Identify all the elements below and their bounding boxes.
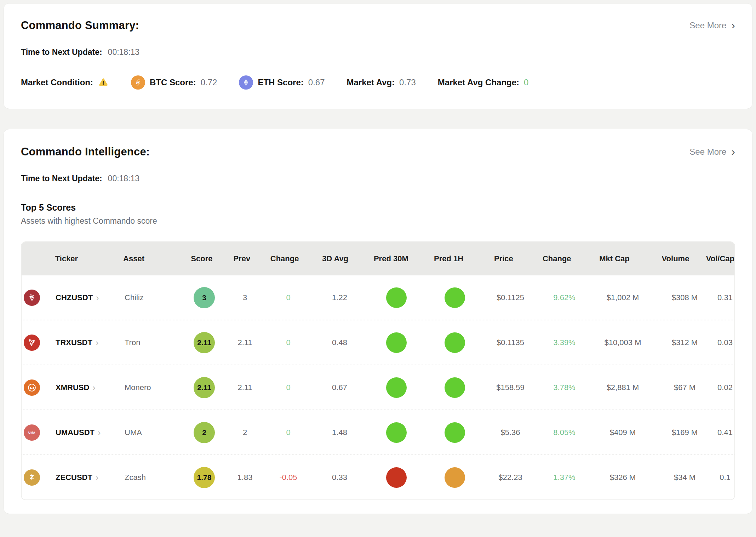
market-condition-label: Market Condition:: [21, 78, 93, 87]
pred-1h-indicator: [445, 422, 465, 443]
column-header-vol-cap: Vol/Cap: [706, 254, 734, 263]
top5-subtitle: Assets with highest Commando score: [21, 216, 735, 226]
column-header-score: Score: [181, 254, 223, 263]
pred-30m-indicator: [386, 287, 407, 308]
ticker-label[interactable]: XMRUSD: [56, 383, 89, 392]
volume-value: $67 M: [654, 383, 716, 392]
market-cap-value: $2,881 M: [592, 383, 654, 392]
pred-1h-indicator: [445, 377, 465, 398]
score-change-value: 0: [264, 293, 312, 302]
prev-score-value: 2.11: [225, 338, 264, 347]
ticker-label[interactable]: CHZUSDT: [56, 293, 93, 302]
btc-score-item: B BTC Score: 0.72: [131, 75, 217, 90]
score-badge: 3: [194, 287, 215, 308]
zcash-icon: [24, 469, 40, 486]
column-header-3d-avg: 3D Avg: [308, 254, 362, 263]
eth-icon: [239, 75, 253, 90]
time-to-next-update-label: Time to Next Update:: [21, 174, 102, 183]
price-value: $0.1125: [484, 293, 537, 302]
eth-score-value: 0.67: [308, 78, 325, 87]
prev-score-value: 3: [225, 293, 264, 302]
asset-name: UMA: [125, 428, 183, 437]
score-badge: 2.11: [194, 377, 215, 398]
summary-see-more-link[interactable]: See More ›: [689, 21, 735, 31]
chevron-right-icon: ›: [98, 428, 101, 437]
pred-30m-indicator: [386, 332, 407, 353]
column-header-change: Change: [530, 254, 584, 263]
score-change-value: 0: [264, 338, 312, 347]
pred-1h-indicator: [445, 467, 465, 488]
btc-icon: B: [131, 75, 145, 90]
market-cap-value: $1,002 M: [592, 293, 654, 302]
market-avg-change-label: Market Avg Change:: [438, 78, 519, 87]
price-change-value: 3.39%: [537, 338, 592, 347]
warning-icon: [98, 77, 109, 88]
vol-cap-value: 0.02: [716, 383, 734, 392]
ticker-label[interactable]: ZECUSDT: [56, 473, 92, 482]
column-header-ticker: Ticker: [55, 254, 123, 263]
score-change-value: 0: [264, 428, 312, 437]
avg-3d-value: 1.48: [312, 428, 367, 437]
prev-score-value: 2: [225, 428, 264, 437]
chevron-right-icon: ›: [96, 293, 99, 302]
market-stats-row: Market Condition: B BTC Score: 0.72 ETH …: [21, 75, 735, 90]
column-header-price: Price: [477, 254, 530, 263]
column-header-change: Change: [261, 254, 308, 263]
page: Commando Summary: See More › Time to Nex…: [0, 0, 756, 514]
table-row[interactable]: XMRUSD › Monero 2.11 2.11 0 0.67 $158.59…: [22, 365, 734, 410]
chevron-right-icon: ›: [96, 473, 98, 482]
pred-1h-indicator: [445, 287, 465, 308]
score-change-value: -0.05: [264, 473, 312, 482]
svg-text:UMA: UMA: [28, 431, 35, 434]
ticker-label[interactable]: UMAUSDT: [56, 428, 94, 437]
btc-score-value: 0.72: [201, 78, 217, 87]
column-header-asset: Asset: [123, 254, 181, 263]
monero-icon: [24, 379, 40, 396]
score-change-value: 0: [264, 383, 312, 392]
avg-3d-value: 1.22: [312, 293, 367, 302]
pred-30m-indicator: [386, 422, 407, 443]
summary-title: Commando Summary:: [21, 19, 139, 32]
chiliz-icon: [24, 290, 40, 306]
score-badge: 2.11: [194, 332, 215, 353]
asset-name: Zcash: [125, 473, 183, 482]
eth-score-label: ETH Score:: [258, 78, 303, 87]
price-change-value: 9.62%: [537, 293, 592, 302]
avg-3d-value: 0.67: [312, 383, 367, 392]
table-row[interactable]: CHZUSDT › Chiliz 3 3 0 1.22 $0.1125 9.62…: [22, 275, 734, 320]
market-avg-item: Market Avg: 0.73: [347, 78, 416, 87]
commando-intelligence-card: Commando Intelligence: See More › Time t…: [4, 129, 752, 514]
market-cap-value: $326 M: [592, 473, 654, 482]
column-header-mkt-cap: Mkt Cap: [584, 254, 645, 263]
vol-cap-value: 0.41: [716, 428, 734, 437]
price-value: $5.36: [484, 428, 537, 437]
asset-name: Monero: [125, 383, 183, 392]
table-row[interactable]: UMA UMAUSDT › UMA 2 2 0 1.48 $5.36 8.05%…: [22, 410, 734, 455]
price-change-value: 8.05%: [537, 428, 592, 437]
intelligence-time-row: Time to Next Update: 00:18:13: [21, 174, 735, 183]
svg-text:B: B: [136, 79, 141, 86]
table-row[interactable]: TRXUSDT › Tron 2.11 2.11 0 0.48 $0.1135 …: [22, 320, 734, 365]
avg-3d-value: 0.33: [312, 473, 367, 482]
top5-header: Top 5 Scores Assets with highest Command…: [21, 202, 735, 226]
volume-value: $308 M: [654, 293, 716, 302]
time-to-next-update-value: 00:18:13: [108, 174, 140, 183]
price-change-value: 3.78%: [537, 383, 592, 392]
price-change-value: 1.37%: [537, 473, 592, 482]
ticker-label[interactable]: TRXUSDT: [56, 338, 92, 347]
table-row[interactable]: ZECUSDT › Zcash 1.78 1.83 -0.05 0.33 $22…: [22, 455, 734, 499]
top5-title: Top 5 Scores: [21, 202, 735, 213]
pred-30m-indicator: [386, 467, 407, 488]
vol-cap-value: 0.31: [716, 293, 734, 302]
chevron-right-icon: ›: [96, 338, 98, 347]
summary-time-row: Time to Next Update: 00:18:13: [21, 47, 735, 57]
intelligence-see-more-link[interactable]: See More ›: [689, 147, 735, 157]
intelligence-title: Commando Intelligence:: [21, 145, 150, 158]
chevron-right-icon: ›: [731, 146, 735, 157]
asset-name: Tron: [125, 338, 183, 347]
intelligence-see-more-label: See More: [689, 147, 726, 157]
market-condition-item: Market Condition:: [21, 77, 109, 88]
tron-icon: [24, 335, 40, 351]
commando-summary-card: Commando Summary: See More › Time to Nex…: [4, 3, 752, 109]
market-avg-label: Market Avg:: [347, 78, 395, 87]
